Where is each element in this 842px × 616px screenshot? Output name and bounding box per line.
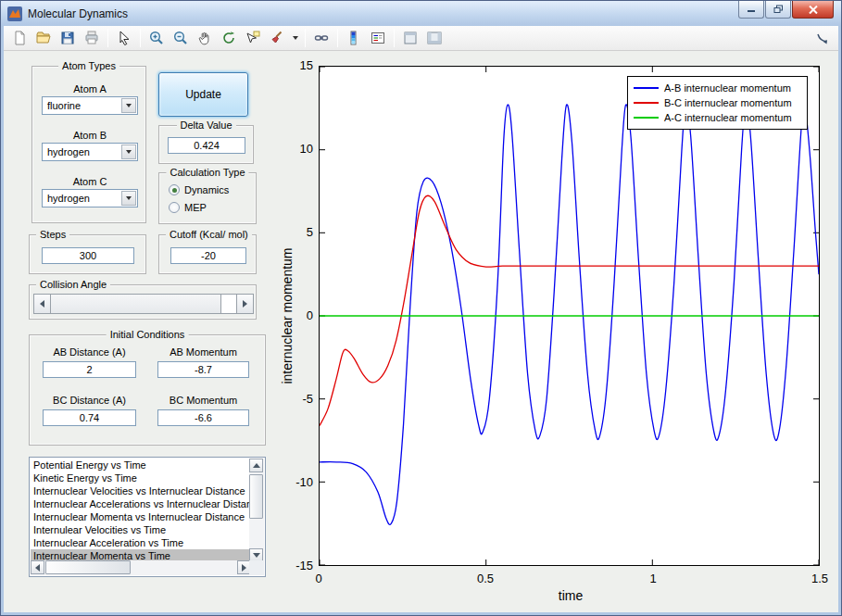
delta-value-field[interactable] xyxy=(168,137,245,154)
zoom-out-icon xyxy=(172,30,189,46)
edit-plot-button[interactable] xyxy=(113,28,135,49)
horizontal-scroll-thumb[interactable] xyxy=(45,560,131,574)
ab-distance-field[interactable] xyxy=(43,361,136,378)
data-cursor-button[interactable] xyxy=(242,28,264,49)
pan-button[interactable] xyxy=(194,28,216,49)
horizontal-scrollbar[interactable] xyxy=(31,560,251,575)
legend-entry: A-C internuclear momentum xyxy=(634,110,801,125)
link-plot-button[interactable] xyxy=(310,28,333,49)
zoom-out-button[interactable] xyxy=(170,28,192,49)
radio-dynamics[interactable]: Dynamics xyxy=(169,184,229,195)
new-figure-button[interactable] xyxy=(8,28,31,49)
scroll-up-button[interactable] xyxy=(249,459,263,472)
cutoff-field[interactable] xyxy=(170,247,246,264)
legend-label: B-C internuclear momentum xyxy=(664,97,792,108)
link-plot-icon xyxy=(313,30,330,46)
combobox-button[interactable] xyxy=(121,191,136,206)
combobox-arrow-icon xyxy=(126,150,132,154)
delta-value-panel: Delta Value xyxy=(158,125,254,164)
ab-momentum-label: AB Momentum xyxy=(157,346,249,358)
list-item[interactable]: Internuclear Accelerations vs Internucle… xyxy=(31,497,250,510)
plot-canvas xyxy=(320,67,819,565)
scrollbar-corner xyxy=(249,560,264,575)
insert-colorbar-button[interactable] xyxy=(343,28,365,49)
hide-plot-tools-button[interactable] xyxy=(399,28,421,49)
bc-momentum-label: BC Momentum xyxy=(157,395,249,406)
plot-legend: A-B internuclear momentum B-C internucle… xyxy=(627,76,808,130)
insert-colorbar-icon xyxy=(346,30,362,46)
minimize-button[interactable] xyxy=(738,1,764,19)
x-tick-label: 1.5 xyxy=(797,572,842,586)
collision-angle-slider[interactable] xyxy=(33,294,254,314)
left-arrow-icon xyxy=(35,564,40,572)
list-item[interactable]: Potential Energy vs Time xyxy=(31,459,250,471)
vertical-scrollbar[interactable] xyxy=(249,459,264,562)
radio-mep[interactable]: MEP xyxy=(169,202,207,213)
open-file-button[interactable] xyxy=(32,28,55,49)
edit-plot-icon xyxy=(116,30,132,46)
panel-title: Calculation Type xyxy=(166,167,248,178)
radio-selected-icon xyxy=(169,184,180,195)
figure-body: Atom Types Atom A fluorine Atom B hydrog… xyxy=(4,51,838,612)
panel-title: Delta Value xyxy=(176,119,235,131)
ab-momentum-field[interactable] xyxy=(157,361,249,378)
atom-a-value: fluorine xyxy=(47,100,81,111)
list-item[interactable]: Internuclear Momenta vs Internuclear Dis… xyxy=(31,510,250,523)
restore-icon xyxy=(773,5,784,14)
close-button[interactable] xyxy=(792,1,834,19)
list-item[interactable]: Kinetic Energy vs Time xyxy=(31,471,250,484)
combobox-arrow-icon xyxy=(126,104,132,107)
atom-a-label: Atom A xyxy=(32,83,147,94)
steps-field[interactable] xyxy=(42,247,134,264)
scroll-left-button[interactable] xyxy=(31,560,44,574)
save-figure-icon xyxy=(59,30,76,46)
slider-left-arrow[interactable] xyxy=(34,295,51,313)
slider-thumb[interactable] xyxy=(51,295,221,313)
insert-legend-icon xyxy=(370,30,386,46)
atom-c-combobox[interactable]: hydrogen xyxy=(42,189,138,207)
x-tick-label: 0.5 xyxy=(462,572,509,586)
titlebar[interactable]: Molecular Dynamics xyxy=(1,1,841,26)
toolbar-separator xyxy=(107,29,108,47)
list-item[interactable]: Internulear Velocities vs Time xyxy=(31,523,250,536)
slider-right-arrow[interactable] xyxy=(236,295,253,313)
atom-a-combobox[interactable]: fluorine xyxy=(42,96,138,115)
brush-dropdown-button[interactable] xyxy=(290,28,300,49)
vertical-scroll-thumb[interactable] xyxy=(249,474,263,519)
list-item[interactable]: Internuclear Velocities vs Internuclear … xyxy=(31,484,250,497)
bc-momentum-field[interactable] xyxy=(157,409,249,426)
legend-label: A-B internuclear momentum xyxy=(664,82,791,94)
restore-button[interactable] xyxy=(765,1,791,19)
left-arrow-icon xyxy=(40,300,44,308)
panel-title: Steps xyxy=(36,229,69,240)
rotate-3d-button[interactable] xyxy=(218,28,240,49)
radio-dynamics-label: Dynamics xyxy=(184,184,229,195)
zoom-in-button[interactable] xyxy=(145,28,168,49)
open-file-icon xyxy=(35,30,52,46)
update-button[interactable]: Update xyxy=(158,72,248,117)
insert-legend-button[interactable] xyxy=(367,28,389,49)
toolbar-separator xyxy=(394,29,395,47)
close-icon xyxy=(808,6,819,14)
hide-plot-tools-icon xyxy=(402,30,419,46)
brush-data-button[interactable] xyxy=(266,28,288,49)
brush-icon xyxy=(269,30,285,46)
print-figure-button[interactable] xyxy=(81,28,103,49)
radio-unselected-icon xyxy=(169,202,180,213)
combobox-button[interactable] xyxy=(121,145,136,159)
legend-entry: A-B internuclear momentum xyxy=(634,81,801,95)
calculation-type-panel: Calculation Type Dynamics MEP xyxy=(158,172,257,224)
atom-b-label: Atom B xyxy=(32,130,147,141)
save-figure-button[interactable] xyxy=(57,28,79,49)
minimize-icon xyxy=(747,6,756,14)
atom-c-value: hydrogen xyxy=(47,193,90,204)
combobox-button[interactable] xyxy=(121,98,136,113)
atom-b-combobox[interactable]: hydrogen xyxy=(42,143,138,161)
plot-axes xyxy=(319,66,820,566)
bc-distance-field[interactable] xyxy=(43,409,136,426)
show-plot-tools-button[interactable] xyxy=(423,28,446,49)
dock-figure-button[interactable] xyxy=(811,28,834,49)
plot-type-listbox: Potential Energy vs Time Kinetic Energy … xyxy=(29,457,266,577)
y-tick-label: 5 xyxy=(276,225,313,240)
list-item[interactable]: Internuclear Acceleration vs Time xyxy=(31,536,250,549)
